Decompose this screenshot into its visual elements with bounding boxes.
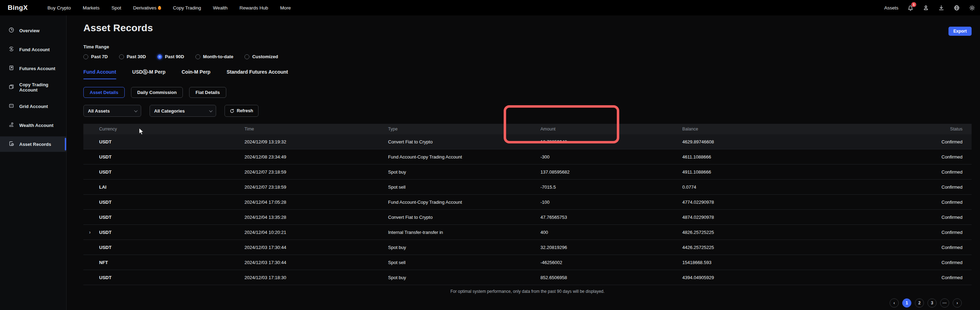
type-cell: Convert Fiat to Crypto <box>388 215 541 220</box>
pagination-ellipsis[interactable]: ··· <box>940 299 949 308</box>
language-globe-icon[interactable] <box>953 4 960 11</box>
nav-item-label: More <box>280 5 291 11</box>
sidebar-item-copy-trading-account[interactable]: Copy Trading Account <box>0 80 66 95</box>
table-row[interactable]: LAI2024/12/07 23:18:59Spot sell-7015.50.… <box>83 179 972 195</box>
table-row[interactable]: USDT2024/12/03 17:30:44Spot buy32.208192… <box>83 240 972 255</box>
subtab-fiat-details[interactable]: Fiat Details <box>189 87 226 98</box>
type-cell: Spot buy <box>388 169 541 175</box>
table-row[interactable]: USDT2024/12/08 23:34:49Fund Account-Copy… <box>83 149 972 165</box>
nav-item-label: Markets <box>83 5 99 11</box>
sidebar-item-fund-account[interactable]: Fund Account <box>0 42 66 57</box>
nav-item-buy-crypto[interactable]: Buy Crypto <box>47 5 71 11</box>
radio-label: Past 30D <box>127 54 146 59</box>
time-range-option-past-90d[interactable]: Past 90D <box>157 54 184 59</box>
bingx-logo[interactable]: BingX <box>8 4 28 11</box>
sidebar-item-asset-records[interactable]: Asset Records <box>0 136 66 152</box>
nav-item-label: Wealth <box>213 5 228 11</box>
column-header-status: Status <box>892 126 972 131</box>
status-cell: Confirmed <box>892 169 972 175</box>
nav-item-label: Buy Crypto <box>47 5 71 11</box>
tab-coin-m-perp[interactable]: Coin-M Perp <box>181 69 210 79</box>
time-range-option-customized[interactable]: Customized <box>245 54 278 59</box>
status-cell: Confirmed <box>892 260 972 265</box>
sidebar-item-label: Copy Trading Account <box>19 82 66 93</box>
tab-fund-account[interactable]: Fund Account <box>83 69 116 79</box>
refresh-button[interactable]: Refresh <box>224 105 258 117</box>
balance-cell: 4774.02290978 <box>682 200 892 205</box>
table-row[interactable]: NFT2024/12/03 17:30:44Spot sell-46256002… <box>83 255 972 270</box>
notifications-bell-icon[interactable]: 1 <box>907 4 914 11</box>
balance-cell: 4611.1088666 <box>682 154 892 160</box>
pagination-prev-button[interactable]: ‹ <box>889 299 899 308</box>
time-cell: 2024/12/03 17:18:30 <box>245 275 388 280</box>
asset-filter-value: All Assets <box>88 109 110 113</box>
export-button[interactable]: Export <box>948 27 972 36</box>
amount-cell: -46256002 <box>541 260 682 265</box>
column-header-time: Time <box>245 126 388 131</box>
amount-cell: -100 <box>541 200 682 205</box>
table-body: USDT2024/12/09 13:19:32Convert Fiat to C… <box>83 134 972 285</box>
nav-item-spot[interactable]: Spot <box>111 5 121 11</box>
column-header-type: Type <box>388 126 541 131</box>
records-table: CurrencyTimeTypeAmountBalanceStatus USDT… <box>83 124 972 285</box>
pagination-page-2[interactable]: 2 <box>915 299 924 308</box>
expand-chevron-icon[interactable]: › <box>89 229 91 235</box>
tab-standard-futures-account[interactable]: Standard Futures Account <box>227 69 288 79</box>
futures-account-icon <box>8 65 14 72</box>
nav-item-markets[interactable]: Markets <box>83 5 99 11</box>
nav-item-more[interactable]: More <box>280 5 291 11</box>
amount-cell: -300 <box>541 154 682 160</box>
table-row[interactable]: ›USDT2024/12/04 10:20:21Internal Transfe… <box>83 225 972 240</box>
time-range-option-past-30d[interactable]: Past 30D <box>119 54 146 59</box>
nav-item-copy-trading[interactable]: Copy Trading <box>173 5 201 11</box>
type-cell: Spot buy <box>388 245 541 250</box>
pagination-page-1[interactable]: 1 <box>902 299 912 308</box>
tab-usd-m-perp[interactable]: USDⓈ-M Perp <box>132 69 165 79</box>
sidebar-item-label: Fund Account <box>19 47 50 52</box>
subtab-daily-commission[interactable]: Daily Commission <box>131 87 183 98</box>
nav-item-label: Rewards Hub <box>240 5 268 11</box>
sidebar-item-futures-account[interactable]: Futures Account <box>0 61 66 76</box>
asset-filter-select[interactable]: All Assets <box>83 105 141 117</box>
balance-cell: 4394.04905929 <box>682 275 892 280</box>
profile-icon[interactable] <box>922 4 929 11</box>
time-range-option-month-to-date[interactable]: Month-to-date <box>196 54 234 59</box>
theme-sun-icon[interactable] <box>969 4 975 11</box>
time-range-option-past-7d[interactable]: Past 7D <box>83 54 108 59</box>
pagination-page-3[interactable]: 3 <box>928 299 937 308</box>
nav-item-label: Derivatives <box>133 5 157 11</box>
subtab-asset-details[interactable]: Asset Details <box>83 87 125 98</box>
nav-item-wealth[interactable]: Wealth <box>213 5 228 11</box>
sidebar-item-label: Futures Account <box>19 66 55 71</box>
currency-cell: USDT <box>83 154 245 160</box>
wealth-account-icon <box>8 122 14 129</box>
balance-cell: 4826.25725225 <box>682 230 892 235</box>
pagination: ‹123···› <box>83 299 972 308</box>
download-icon[interactable] <box>938 4 945 11</box>
table-row[interactable]: USDT2024/12/09 13:19:32Convert Fiat to C… <box>83 134 972 149</box>
refresh-icon <box>230 109 234 113</box>
notification-badge: 1 <box>912 2 916 7</box>
balance-cell: 4426.25725225 <box>682 245 892 250</box>
radio-label: Past 90D <box>165 54 184 59</box>
category-filter-select[interactable]: All Categories <box>150 105 216 117</box>
sidebar-item-wealth-account[interactable]: Wealth Account <box>0 117 66 133</box>
type-cell: Spot buy <box>388 275 541 280</box>
table-row[interactable]: USDT2024/12/04 13:35:28Convert Fiat to C… <box>83 210 972 225</box>
pagination-next-button[interactable]: › <box>953 299 962 308</box>
sidebar-item-grid-account[interactable]: Grid Account <box>0 99 66 114</box>
time-cell: 2024/12/09 13:19:32 <box>245 139 388 144</box>
radio-label: Past 7D <box>91 54 108 59</box>
table-row[interactable]: USDT2024/12/03 17:18:30Spot buy852.65069… <box>83 270 972 285</box>
type-cell: Spot sell <box>388 260 541 265</box>
sidebar: OverviewFund AccountFutures AccountCopy … <box>0 16 67 310</box>
sidebar-item-overview[interactable]: Overview <box>0 23 66 38</box>
table-row[interactable]: USDT2024/12/07 23:18:59Spot buy137.08595… <box>83 165 972 179</box>
assets-link[interactable]: Assets <box>884 5 898 11</box>
nav-item-rewards-hub[interactable]: Rewards Hub <box>240 5 268 11</box>
nav-item-derivatives[interactable]: Derivatives <box>133 5 161 11</box>
currency-cell: USDT <box>83 200 245 205</box>
currency-cell: NFT <box>83 260 245 265</box>
table-row[interactable]: USDT2024/12/04 17:05:28Fund Account-Copy… <box>83 195 972 210</box>
grid-account-icon <box>8 103 14 110</box>
